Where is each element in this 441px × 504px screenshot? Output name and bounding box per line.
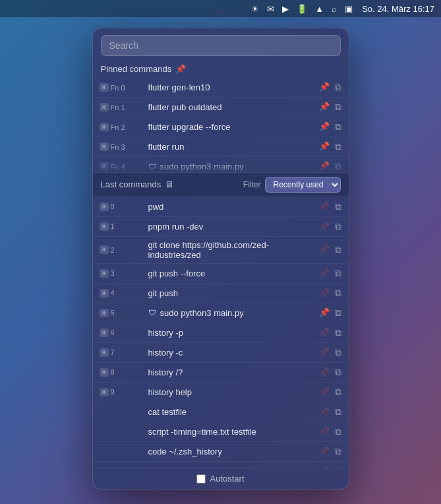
copy-button[interactable]: ⧉ — [334, 121, 342, 133]
pin-button[interactable]: 📌 — [318, 160, 330, 172]
copy-button[interactable]: ⧉ — [334, 327, 342, 339]
table-row[interactable]: ⌘Fn 3flutter run📌⧉ — [93, 137, 349, 157]
table-row[interactable]: ⌘0pwd📌⧉ — [93, 197, 349, 217]
brightness-icon[interactable]: ☀ — [251, 4, 259, 14]
pin-button[interactable]: 📌 — [318, 101, 330, 113]
pin-button[interactable]: 📌 — [318, 141, 330, 153]
shortcut-mod: ⌘ — [100, 309, 109, 317]
table-row[interactable]: ⌘Fn 0flutter gen-len10📌⧉ — [93, 78, 349, 98]
display-icon[interactable]: ▣ — [345, 4, 353, 14]
pin-button[interactable]: 📌 — [318, 327, 330, 339]
copy-button[interactable]: ⧉ — [334, 287, 342, 299]
pinned-label-text: Pinned commands — [101, 64, 172, 74]
copy-button[interactable]: ⧉ — [334, 366, 342, 379]
copy-button[interactable]: ⧉ — [334, 81, 342, 94]
copy-button[interactable]: ⧉ — [334, 243, 342, 256]
table-row[interactable]: code ~/.zsh_history📌⧉ — [93, 442, 349, 462]
pin-button[interactable]: 📌 — [318, 287, 330, 299]
wifi-icon[interactable]: ▲ — [315, 4, 324, 14]
pin-button[interactable]: 📌 — [318, 81, 330, 94]
command-text: cat testfile — [148, 407, 314, 417]
table-row[interactable]: ⌘9history help📌⧉ — [93, 383, 349, 402]
autostart-checkbox[interactable] — [196, 474, 206, 484]
pin-button[interactable]: 📌 — [318, 386, 330, 398]
copy-button[interactable]: ⧉ — [334, 386, 342, 398]
shortcut-key: 2 — [111, 246, 115, 254]
table-row[interactable]: script -timing=time.txt testfile📌⧉ — [93, 422, 349, 442]
pin-button[interactable]: 📌 — [318, 425, 330, 438]
last-commands-emoji: 🖥 — [165, 179, 173, 189]
shortcut-mod: ⌘ — [100, 222, 109, 231]
copy-button[interactable]: ⧉ — [334, 425, 342, 438]
shortcut-mod: ⌘ — [100, 142, 109, 151]
table-row[interactable]: ⌘Fn 1flutter pub outdated📌⧉ — [93, 98, 349, 117]
table-row[interactable]: ⌘5🛡sudo python3 main.py📌⧉ — [93, 303, 349, 323]
row-actions: 📌⧉ — [318, 81, 342, 94]
shortcut-badge: ⌘Fn 4 — [100, 162, 144, 171]
table-row[interactable]: ⌘6history -p📌⧉ — [93, 323, 349, 343]
pin-button[interactable]: 📌 — [318, 366, 330, 379]
copy-button[interactable]: ⧉ — [334, 101, 342, 113]
filter-bar: Last commands 🖥 Filter Recently used Alp… — [93, 172, 349, 197]
battery-icon[interactable]: 🔋 — [297, 4, 307, 14]
row-actions: 📌⧉ — [318, 425, 342, 438]
shortcut-key: 0 — [111, 203, 115, 210]
message-icon[interactable]: ✉ — [267, 4, 274, 14]
shortcut-key: 5 — [111, 309, 115, 317]
pin-button[interactable]: 📌 — [318, 465, 330, 468]
shortcut-mod: ⌘ — [100, 269, 109, 278]
shortcut-badge: ⌘3 — [100, 269, 144, 278]
command-text: flutter run — [148, 142, 314, 152]
panel-wrapper: Pinned commands 📌 ⌘Fn 0flutter gen-len10… — [92, 15, 349, 489]
pin-button[interactable]: 📌 — [318, 201, 330, 213]
table-row[interactable]: cat testfile📌⧉ — [93, 402, 349, 422]
search-input[interactable] — [101, 35, 341, 56]
copy-button[interactable]: ⧉ — [334, 141, 342, 153]
pinned-section-label: Pinned commands 📌 — [93, 61, 349, 78]
pin-button[interactable]: 📌 — [318, 267, 330, 280]
shield-icon: 🛡 — [148, 162, 156, 172]
pin-button[interactable]: 📌 — [318, 346, 330, 359]
copy-button[interactable]: ⧉ — [334, 220, 342, 233]
pin-button[interactable]: 📌 — [318, 220, 330, 233]
shortcut-badge: ⌘1 — [100, 222, 144, 231]
row-actions: 📌⧉ — [318, 307, 342, 319]
shortcut-mod: ⌘ — [100, 83, 109, 92]
command-text: history -c — [148, 348, 314, 358]
shortcut-key: 7 — [111, 348, 115, 356]
row-actions: 📌⧉ — [318, 445, 342, 458]
shortcut-mod: ⌘ — [100, 329, 109, 337]
play-icon[interactable]: ▶ — [282, 4, 289, 14]
copy-button[interactable]: ⧉ — [334, 160, 342, 172]
shortcut-key: 6 — [111, 329, 115, 336]
copy-button[interactable]: ⧉ — [334, 406, 342, 418]
table-row[interactable]: ⌘7history -c📌⧉ — [93, 343, 349, 363]
pin-button[interactable]: 📌 — [318, 406, 330, 418]
shortcut-badge: ⌘Fn 1 — [100, 103, 144, 111]
copy-button[interactable]: ⧉ — [334, 445, 342, 458]
shortcut-badge: ⌘Fn 2 — [100, 123, 144, 131]
table-row[interactable]: cd Downloads📌⧉ — [93, 462, 349, 468]
table-row[interactable]: ⌘Fn 2flutter upgrade --force📌⧉ — [93, 117, 349, 137]
pin-button[interactable]: 📌 — [318, 243, 330, 256]
copy-button[interactable]: ⧉ — [334, 201, 342, 213]
table-row[interactable]: ⌘Fn 4🛡sudo python3 main.py📌⧉ — [93, 157, 349, 172]
table-row[interactable]: ⌘3git push --force📌⧉ — [93, 264, 349, 284]
copy-button[interactable]: ⧉ — [334, 267, 342, 280]
shortcut-key: Fn 1 — [111, 104, 125, 111]
table-row[interactable]: ⌘4git push📌⧉ — [93, 284, 349, 303]
filter-select[interactable]: Recently used Alphabetical Most used — [265, 177, 341, 193]
table-row[interactable]: ⌘2git clone https://github.com/zed-indus… — [93, 237, 349, 264]
shortcut-mod: ⌘ — [100, 123, 109, 131]
row-actions: 📌⧉ — [318, 327, 342, 339]
copy-button[interactable]: ⧉ — [334, 307, 342, 319]
table-row[interactable]: ⌘1pnpm run -dev📌⧉ — [93, 217, 349, 237]
search-icon[interactable]: ⌕ — [332, 4, 337, 14]
table-row[interactable]: ⌘8history /?📌⧉ — [93, 363, 349, 383]
copy-button[interactable]: ⧉ — [334, 346, 342, 359]
pin-button[interactable]: 📌 — [318, 121, 330, 133]
pin-button[interactable]: 📌 — [318, 445, 330, 458]
pin-button[interactable]: 📌 — [318, 307, 330, 319]
shortcut-key: 1 — [111, 222, 115, 230]
row-actions: 📌⧉ — [318, 366, 342, 379]
